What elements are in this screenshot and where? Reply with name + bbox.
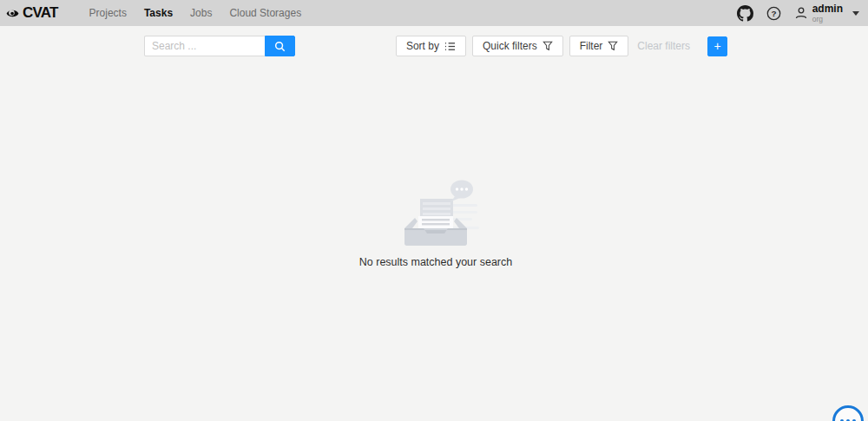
- svg-text:?: ?: [771, 8, 776, 17]
- logo-text: CVAT: [23, 4, 58, 22]
- github-icon[interactable]: [737, 5, 753, 22]
- add-task-button[interactable]: +: [707, 36, 727, 56]
- search-group: [144, 36, 295, 56]
- quick-filters-button[interactable]: Quick filters: [472, 36, 563, 56]
- nav-link-jobs[interactable]: Jobs: [181, 0, 220, 26]
- user-icon: [794, 6, 808, 20]
- user-texts: admin org: [812, 3, 843, 23]
- main-nav: Projects Tasks Jobs Cloud Storages: [81, 0, 311, 26]
- filter-label: Filter: [580, 40, 603, 52]
- user-menu[interactable]: admin org: [794, 3, 859, 23]
- empty-state-message: No results matched your search: [359, 256, 512, 268]
- search-button[interactable]: [265, 36, 295, 56]
- empty-state: No results matched your search: [144, 178, 727, 268]
- top-navbar: CVAT Projects Tasks Jobs Cloud Storages …: [0, 0, 868, 26]
- help-icon[interactable]: ?: [766, 6, 781, 21]
- filter-group: Sort by Quick filters Filter: [396, 36, 727, 56]
- nav-link-tasks[interactable]: Tasks: [135, 0, 181, 26]
- clear-filters-link[interactable]: Clear filters: [637, 40, 690, 52]
- filter-button[interactable]: Filter: [569, 36, 629, 56]
- search-input[interactable]: [144, 36, 265, 56]
- sort-by-label: Sort by: [406, 40, 439, 52]
- empty-inbox-illustration: [391, 178, 481, 249]
- funnel-icon: [542, 41, 553, 51]
- sort-list-icon: [444, 41, 456, 52]
- navbar-right: ? admin org: [737, 3, 859, 23]
- quick-filters-label: Quick filters: [483, 40, 537, 52]
- plus-icon: +: [713, 40, 720, 52]
- cvat-logo[interactable]: CVAT: [5, 4, 58, 22]
- search-icon: [274, 41, 286, 52]
- funnel-icon: [608, 41, 618, 51]
- sort-by-button[interactable]: Sort by: [396, 36, 466, 56]
- nav-link-cloud-storages[interactable]: Cloud Storages: [220, 0, 310, 26]
- cvat-eye-icon: [5, 6, 20, 21]
- tasks-toolbar: Sort by Quick filters Filter: [144, 36, 727, 56]
- user-org: org: [812, 16, 843, 23]
- caret-down-icon: [852, 11, 859, 16]
- user-name: admin: [812, 3, 843, 14]
- nav-link-projects[interactable]: Projects: [81, 0, 135, 26]
- chat-widget-button[interactable]: [832, 405, 864, 421]
